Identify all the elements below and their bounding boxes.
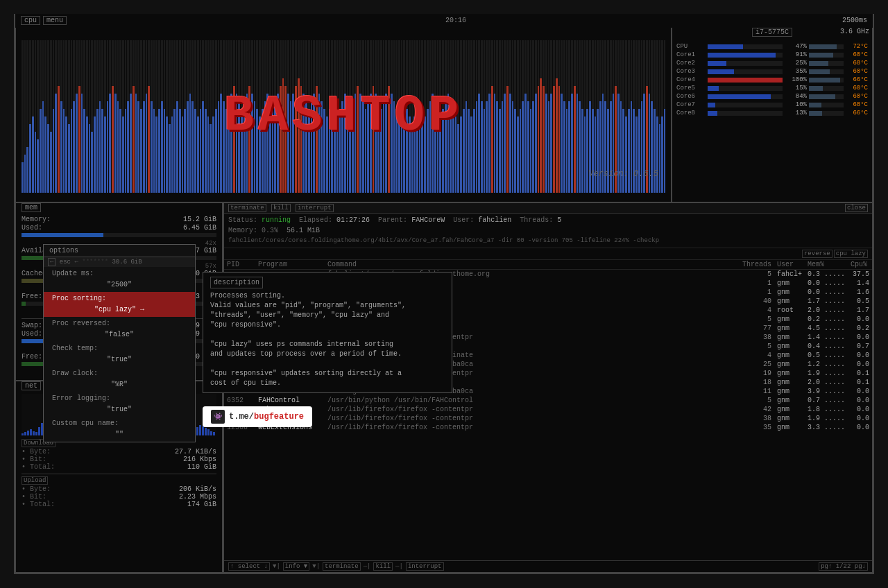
net-ubyte-row: • Byte: 206 KiB/s [22,485,216,493]
mem-memory-row: Memory: 15.2 GiB [22,216,216,223]
mem-used-label: Used: [22,224,42,232]
options-items-list: Update ms:"2500"Proc sorting:"cpu lazy" … [44,267,195,442]
terminate-btn[interactable]: terminate [228,204,266,212]
table-cell: 1.9 ..... [805,414,848,423]
table-cell: 18 [740,378,774,387]
menu-label[interactable]: menu [43,16,67,25]
table-cell: /usr/bin/python /usr/bin/FAHControl [325,396,740,405]
telegram-icon: 👾 [211,410,225,424]
table-cell: 5 [740,396,774,405]
close-btn[interactable]: close [845,204,868,212]
options-item[interactable]: Check temp:"true" [44,342,195,367]
table-cell: 37.5 [848,270,872,279]
cpu-stat-bar [708,69,783,74]
parent-label: Parent: [378,216,407,224]
kill-btn[interactable]: kill [271,204,291,212]
mem-memory-val: 15.2 GiB [183,216,216,223]
table-cell: 2.0 ..... [805,378,848,387]
cpu-mhz-bar [809,111,844,116]
parent-val: FAHCoreW [411,216,445,224]
table-cell: gnm [774,324,805,333]
table-cell: 0.7 ..... [805,396,848,405]
cpu-stat-row: Core4100%66°C [676,76,868,83]
cpu-stat-rows: CPU47%72°CCore191%60°CCore225%68°CCore33… [676,43,868,116]
net-bar [199,425,201,435]
cpu-mhz-bar [809,103,844,107]
net-bar [22,433,24,435]
cpu-stat-label: Core8 [676,110,706,116]
table-cell: gnm [774,387,805,396]
select-btn[interactable]: ↑ select ↓ [228,562,270,571]
options-item[interactable]: Error logging:"true" [44,392,195,417]
esc-key[interactable]: ← [48,258,56,266]
clock: 20:16 [69,17,842,24]
table-cell: 0.5 ..... [805,351,848,360]
net-bar [24,432,26,435]
options-overlay: options ← esc ← ******* 30.6 GiB Update … [43,244,196,442]
table-cell: 1.9 ..... [805,369,848,378]
interrupt-btn[interactable]: interrupt [296,204,334,212]
memory-info: Memory: 0.3% [228,225,278,236]
options-item[interactable]: Custom cpu name:"" [44,417,195,442]
description-line: cost of cpu time. [210,379,445,388]
mem-used-val: 6.45 GiB [183,224,216,232]
elapsed-val: 01:27:26 [336,216,370,224]
table-cell: /usr/lib/firefox/firefox -contentpr [325,423,740,432]
table-row[interactable]: 12634Web Content/usr/lib/firefox/firefox… [224,414,872,423]
table-cell: 3.3 ..... [805,423,848,432]
cpu-stat-temp: 72°C [846,43,868,50]
upload-label: Upload [22,477,216,484]
cpu-stat-label: Core5 [676,85,706,92]
table-cell: 6352 [224,396,255,405]
cpu-stat-temp: 60°C [846,93,868,100]
net-bit-val: 216 Kbps [183,456,216,463]
terminate-bottom-btn[interactable]: terminate [323,562,361,571]
cpu-stat-label: Core3 [676,68,706,75]
net-total-row: • Total: 110 GiB [22,463,216,471]
table-row[interactable]: 12737Web Content/usr/lib/firefox/firefox… [224,405,872,414]
options-item[interactable]: Proc reversed:"false" [44,317,195,342]
status-label: Status: [228,216,257,224]
options-item[interactable]: Draw clock:"%R" [44,367,195,392]
proc-info: Status: running Elapsed: 01:27:26 Parent… [224,214,872,248]
col-user: User [774,260,805,270]
options-title: options [44,245,195,257]
telegram-badge[interactable]: 👾 t.me/bugfeature [203,406,312,427]
col-mem: Mem% [805,260,848,270]
top-bar: cpu menu 20:16 2500ms [15,14,873,26]
description-line [210,330,445,340]
cpu-lazy-label[interactable]: cpu lazy [834,250,868,258]
proc-top-bar: terminate kill interrupt close [224,203,872,214]
table-cell: 0.5 [848,297,872,306]
table-cell: 0.0 [848,414,872,423]
options-item[interactable]: Proc sorting:"cpu lazy" → [44,292,195,317]
table-cell: gnm [774,297,805,306]
options-item[interactable]: Update ms:"2500" [44,267,195,292]
kill-bottom-btn[interactable]: kill [373,562,393,571]
cpu-stat-row: Core191%60°C [676,51,868,58]
cpu-stat-temp: 68°C [846,60,868,67]
table-cell: gnm [774,360,805,369]
table-cell: 1.8 ..... [805,405,848,414]
cpu-stat-pct: 15% [785,85,807,92]
table-cell: 0.0 [848,315,872,324]
options-item-value: "" [52,429,187,440]
net-total-val: 110 GiB [187,463,216,471]
col-cmd: Command [325,260,740,270]
cpu-stat-temp: 66°C [846,110,868,116]
table-cell: root [774,306,805,315]
table-row[interactable]: 6352FAHControl/usr/bin/python /usr/bin/F… [224,396,872,405]
table-row[interactable]: 12568WebExtensions/usr/lib/firefox/firef… [224,423,872,432]
table-cell: gnm [774,369,805,378]
cpu-stat-pct: 35% [785,68,807,75]
table-cell: 1.2 ..... [805,360,848,369]
reverse-label[interactable]: reverse [802,250,832,258]
table-cell: 25 [740,360,774,369]
table-cell: 0.7 [848,342,872,351]
net-ubit-val: 2.23 Mbps [179,493,216,501]
cpu-stat-row: Core813%66°C [676,110,868,116]
info-btn[interactable]: info ▼ [283,562,309,571]
net-bar [27,431,29,435]
interrupt-bottom-btn[interactable]: interrupt [406,562,444,571]
cpu-stat-pct: 13% [785,110,807,116]
